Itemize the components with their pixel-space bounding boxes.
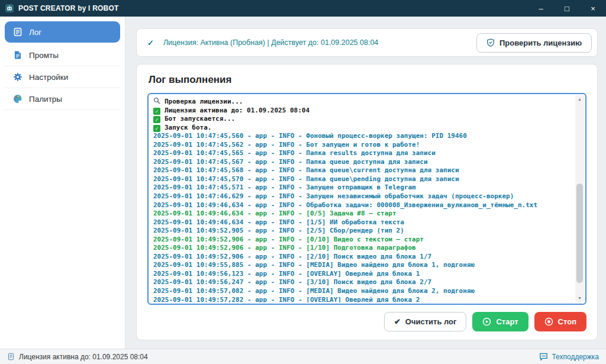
palettes-icon — [13, 94, 22, 104]
scrollbar-track[interactable] — [575, 104, 584, 294]
sidebar-item-label: Палитры — [29, 95, 62, 104]
log-line-text: Бот запускается... — [165, 115, 235, 123]
log-line-text: 2025-09-01 10:47:45,571 - app - INFO - З… — [153, 183, 416, 191]
log-panel: Лог выполнения Проверка лицензии...✓Лице… — [136, 64, 598, 340]
maximize-button[interactable]: □ — [554, 0, 580, 17]
log-panel-title: Лог выполнения — [149, 74, 586, 86]
stop-label: Стоп — [558, 317, 576, 326]
log-line-text: 2025-09-01 10:47:45,560 - app - INFO - Ф… — [153, 132, 467, 140]
log-line: 2025-09-01 10:47:45,560 - app - INFO - Ф… — [153, 132, 573, 141]
title-bar[interactable]: POST CREATOR by I ROBOT – □ × — [0, 0, 606, 17]
app-body: ЛогПромтыНастройкиПалитры ✓ Лицензия: Ак… — [0, 17, 606, 349]
log-scrollbar[interactable]: ▲ ▼ — [575, 95, 584, 302]
scrollbar-thumb[interactable] — [576, 183, 583, 282]
log-line: 2025-09-01 10:49:52,905 - app - INFO - [… — [153, 227, 573, 236]
log-line: 2025-09-01 10:47:45,568 - app - INFO - П… — [153, 166, 573, 175]
log-line-text: Проверка лицензии... — [165, 98, 243, 105]
sidebar: ЛогПромтыНастройкиПалитры — [0, 17, 125, 349]
status-bar: Лицензия активна до: 01.09.2025 08:04 Те… — [0, 349, 606, 364]
log-line: ✓Запуск бота. — [153, 124, 573, 133]
log-line-text: 2025-09-01 10:49:52,905 - app - INFO - [… — [153, 227, 404, 234]
log-line: 2025-09-01 10:49:56,123 - app - INFO - [… — [153, 270, 573, 279]
sidebar-item-palettes[interactable]: Палитры — [5, 88, 120, 110]
log-line-text: Запуск бота. — [165, 124, 211, 131]
log-line: 2025-09-01 10:47:45,570 - app - INFO - П… — [153, 175, 573, 184]
chat-bubble-icon — [539, 352, 548, 361]
license-doc-icon — [7, 353, 15, 360]
log-line: 2025-09-01 10:49:46,634 - app - INFO - О… — [153, 201, 573, 210]
log-line-text: 2025-09-01 10:49:55,885 - app - INFO - [… — [153, 261, 475, 269]
search-icon — [153, 97, 160, 104]
log-output-area[interactable]: Проверка лицензии...✓Лицензия активна до… — [147, 93, 586, 305]
log-line-text: 2025-09-01 10:47:45,567 - app - INFO - П… — [153, 158, 428, 166]
log-line: 2025-09-01 10:49:46,634 - app - INFO - [… — [153, 210, 573, 218]
log-line-text: 2025-09-01 10:47:46,629 - app - INFO - З… — [153, 192, 514, 200]
status-left: Лицензия активна до: 01.09.2025 08:04 — [7, 353, 148, 361]
check-icon: ✓ — [153, 116, 160, 123]
main-area: ✓ Лицензия: Активна (Пробная) | Действуе… — [125, 17, 606, 349]
app-window: POST CREATOR by I ROBOT – □ × ЛогПромтыН… — [0, 0, 606, 364]
log-line-text: Лицензия активна до: 01.09.2025 08:04 — [165, 107, 310, 114]
close-button[interactable]: × — [580, 0, 606, 17]
log-line-text: 2025-09-01 10:49:56,123 - app - INFO - [… — [153, 270, 420, 278]
log-line-text: 2025-09-01 10:47:45,568 - app - INFO - П… — [153, 166, 459, 174]
log-line: Проверка лицензии... — [153, 97, 573, 107]
log-line-text: 2025-09-01 10:47:45,562 - app - INFO - Б… — [153, 141, 420, 149]
clear-log-label: Очистить лог — [405, 317, 457, 326]
log-line: 2025-09-01 10:49:57,282 - app - INFO - [… — [153, 296, 573, 302]
check-license-label: Проверить лицензию — [499, 38, 582, 47]
check-icon: ✓ — [153, 125, 160, 132]
log-line-text: 2025-09-01 10:49:52,906 - app - INFO - [… — [153, 253, 431, 260]
log-line: 2025-09-01 10:47:46,629 - app - INFO - З… — [153, 192, 573, 201]
start-label: Старт — [496, 317, 518, 326]
log-line-text: 2025-09-01 10:47:45,565 - app - INFO - П… — [153, 149, 436, 157]
check-icon: ✓ — [153, 108, 160, 115]
sidebar-item-label: Лог — [29, 28, 41, 37]
sidebar-item-label: Настройки — [29, 73, 68, 82]
shield-icon — [486, 38, 495, 47]
license-check-icon: ✓ — [147, 38, 154, 47]
minimize-button[interactable]: – — [528, 0, 554, 17]
log-line: 2025-09-01 10:49:52,906 - app - INFO - [… — [153, 244, 573, 253]
log-line: 2025-09-01 10:49:55,885 - app - INFO - [… — [153, 261, 573, 270]
scroll-up-arrow-icon[interactable]: ▲ — [575, 95, 584, 104]
license-bar: ✓ Лицензия: Активна (Пробная) | Действуе… — [136, 28, 598, 57]
log-line: 2025-09-01 10:49:56,247 - app - INFO - [… — [153, 278, 573, 287]
log-line: 2025-09-01 10:49:52,906 - app - INFO - [… — [153, 253, 573, 262]
status-license-text: Лицензия активна до: 01.09.2025 08:04 — [19, 353, 148, 361]
log-line-text: 2025-09-01 10:47:45,570 - app - INFO - П… — [153, 175, 459, 183]
stop-button[interactable]: Стоп — [534, 312, 586, 331]
clear-check-icon: ✔ — [394, 317, 401, 326]
sidebar-item-settings[interactable]: Настройки — [5, 66, 120, 88]
start-button[interactable]: Старт — [472, 312, 528, 331]
log-line-text: 2025-09-01 10:49:52,906 - app - INFO - [… — [153, 244, 416, 252]
log-line-text: 2025-09-01 10:49:52,906 - app - INFO - [… — [153, 236, 424, 243]
log-line: 2025-09-01 10:49:57,082 - app - INFO - [… — [153, 287, 573, 296]
log-line-text: 2025-09-01 10:49:57,282 - app - INFO - [… — [153, 296, 420, 302]
sidebar-item-label: Промты — [29, 51, 59, 60]
log-line: 2025-09-01 10:47:45,565 - app - INFO - П… — [153, 149, 573, 158]
scroll-down-arrow-icon[interactable]: ▼ — [575, 294, 584, 302]
log-line: 2025-09-01 10:47:45,567 - app - INFO - П… — [153, 158, 573, 167]
log-line: 2025-09-01 10:47:45,562 - app - INFO - Б… — [153, 141, 573, 150]
check-license-button[interactable]: Проверить лицензию — [476, 33, 592, 53]
prompts-icon — [13, 50, 22, 60]
support-label: Техподдержка — [552, 353, 599, 361]
log-line-text: 2025-09-01 10:49:46,634 - app - INFO - [… — [153, 218, 404, 226]
log-line-text: 2025-09-01 10:49:57,082 - app - INFO - [… — [153, 287, 475, 295]
sidebar-item-log[interactable]: Лог — [5, 21, 120, 43]
log-line: ✓Лицензия активна до: 01.09.2025 08:04 — [153, 107, 573, 115]
log-line-text: 2025-09-01 10:49:56,247 - app - INFO - [… — [153, 278, 431, 286]
log-icon — [13, 27, 22, 37]
log-line-text: 2025-09-01 10:49:46,634 - app - INFO - [… — [153, 210, 397, 217]
stop-circle-icon — [544, 317, 553, 326]
log-content: Проверка лицензии...✓Лицензия активна до… — [153, 97, 573, 302]
license-status-text: Лицензия: Активна (Пробная) | Действует … — [163, 38, 378, 47]
settings-icon — [13, 72, 22, 82]
log-line-text: 2025-09-01 10:49:46,634 - app - INFO - О… — [153, 201, 537, 209]
clear-log-button[interactable]: ✔ Очистить лог — [384, 312, 467, 331]
support-link[interactable]: Техподдержка — [539, 352, 599, 361]
play-circle-icon — [482, 317, 491, 326]
sidebar-item-prompts[interactable]: Промты — [5, 44, 120, 66]
log-line: 2025-09-01 10:49:52,906 - app - INFO - [… — [153, 236, 573, 244]
